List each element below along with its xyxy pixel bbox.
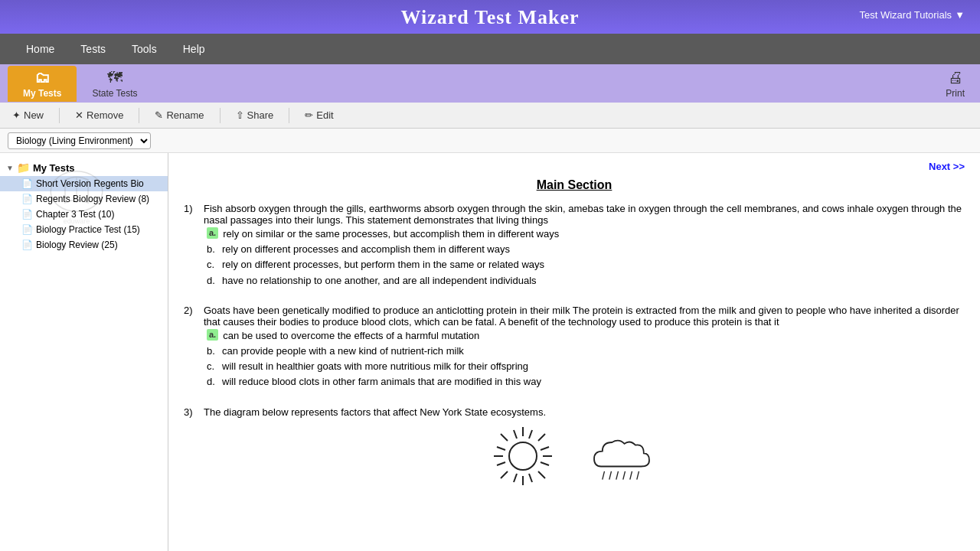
question-2-stem: 2) Goats have been genetically modified … (184, 305, 965, 328)
remove-icon: ✕ (75, 109, 83, 121)
choice-1c-letter: c. (207, 258, 219, 272)
navbar: Home Tests Tools Help (0, 34, 980, 64)
svg-line-24 (637, 471, 639, 479)
toolbar-separator-2 (139, 108, 139, 123)
app-title: Wizard Test Maker (0, 6, 980, 29)
sidebar-item-label-2: Chapter 3 Test (10) (36, 209, 115, 220)
rename-icon: ✎ (155, 109, 163, 121)
toolbar: ✦ New ✕ Remove ✎ Rename ⇧ Share ✏ Edit (0, 103, 980, 129)
state-tests-icon: 🗺 (107, 69, 122, 86)
share-button[interactable]: ⇧ Share (231, 108, 279, 122)
sidebar-item-1[interactable]: 📄 Regents Biology Review (8) (0, 191, 168, 207)
folder-icon: 📁 (17, 161, 30, 174)
svg-line-11 (497, 447, 505, 450)
choice-1a-text: rely on similar or the same processes, b… (223, 227, 559, 241)
question-2: 2) Goats have been genetically modified … (184, 305, 965, 390)
choice-1d-text: have no relationship to one another, and… (222, 274, 537, 288)
svg-line-15 (497, 462, 505, 465)
print-icon: 🖨 (948, 69, 963, 86)
new-label: New (24, 109, 44, 121)
tutorials-button[interactable]: Test Wizard Tutorials ▼ (859, 9, 965, 21)
toolbar-separator-3 (220, 108, 220, 123)
question-1-choices: a. rely on similar or the same processes… (207, 227, 965, 288)
sidebar-item-3[interactable]: 📄 Biology Practice Test (15) (0, 222, 168, 237)
doc-icon-3: 📄 (21, 224, 33, 235)
tab-my-tests[interactable]: 🗂 My Tests (8, 66, 77, 102)
edit-button[interactable]: ✏ Edit (300, 108, 338, 122)
share-icon: ⇧ (236, 109, 244, 121)
nav-tools[interactable]: Tools (121, 38, 168, 60)
remove-label: Remove (87, 109, 123, 121)
cloud-diagram (587, 425, 656, 487)
choice-2d-text: will reduce blood clots in other farm an… (222, 375, 541, 389)
correct-badge-2a: a. (207, 329, 218, 341)
tab-my-tests-label: My Tests (23, 88, 61, 99)
tree-arrow-icon: ▼ (6, 164, 14, 172)
sun-diagram (492, 425, 554, 487)
svg-line-18 (514, 474, 517, 482)
svg-line-14 (529, 474, 532, 482)
doc-icon-2: 📄 (21, 209, 33, 220)
question-1-choice-d: d. have no relationship to one another, … (207, 274, 965, 288)
svg-line-12 (541, 462, 549, 465)
nav-tests[interactable]: Tests (70, 38, 116, 60)
question-3-stem: 3) The diagram below represents factors … (184, 406, 965, 418)
svg-line-13 (514, 430, 517, 439)
rename-button[interactable]: ✎ Rename (150, 108, 208, 122)
question-3-text: The diagram below represents factors tha… (204, 406, 546, 418)
sidebar-item-label-4: Biology Review (25) (36, 240, 118, 250)
next-link[interactable]: Next >> (929, 161, 965, 172)
tutorials-label: Test Wizard Tutorials (859, 9, 952, 21)
remove-button[interactable]: ✕ Remove (70, 108, 128, 122)
rename-label: Rename (166, 109, 204, 121)
svg-line-17 (529, 430, 532, 439)
question-1-text: Fish absorb oxygen through the gills, ea… (204, 203, 965, 226)
svg-line-10 (501, 471, 508, 478)
svg-line-8 (538, 471, 545, 478)
question-1-number: 1) (184, 203, 198, 226)
sidebar: eduware Tools for the Intelligent Classr… (0, 153, 168, 551)
subject-dropdown[interactable]: Biology (Living Environment) Chemistry P… (8, 132, 151, 149)
choice-1d-letter: d. (207, 274, 219, 288)
tutorials-arrow: ▼ (955, 9, 965, 21)
sidebar-item-label-3: Biology Practice Test (15) (36, 224, 140, 235)
diagram-area (184, 425, 965, 487)
svg-line-23 (630, 471, 632, 479)
tree-root-label: My Tests (33, 162, 75, 174)
choice-2c-letter: c. (207, 360, 219, 373)
nav-home[interactable]: Home (15, 38, 65, 60)
toolbar-separator-4 (289, 108, 289, 123)
next-button[interactable]: Next >> (184, 161, 965, 172)
question-1-choice-c: c. rely on different processes, but perf… (207, 258, 965, 272)
sidebar-item-2[interactable]: 📄 Chapter 3 Test (10) (0, 207, 168, 222)
tab-state-tests[interactable]: 🗺 State Tests (77, 66, 152, 102)
svg-line-20 (609, 471, 612, 479)
share-label: Share (247, 109, 274, 121)
doc-icon-0: 📄 (21, 178, 33, 189)
choice-2b-letter: b. (207, 344, 219, 358)
svg-line-19 (603, 471, 605, 479)
subject-selector-bar: Biology (Living Environment) Chemistry P… (0, 129, 980, 153)
choice-2c-text: will result in healthier goats with more… (222, 360, 528, 373)
section-title: Main Section (184, 178, 965, 192)
svg-line-21 (616, 471, 619, 479)
nav-help[interactable]: Help (172, 38, 216, 60)
tree-root-my-tests[interactable]: ▼ 📁 My Tests (0, 159, 168, 176)
question-3-number: 3) (184, 406, 198, 418)
svg-line-9 (538, 434, 545, 441)
new-button[interactable]: ✦ New (8, 108, 48, 122)
print-button[interactable]: 🖨 Print (938, 66, 972, 102)
svg-line-16 (541, 447, 549, 450)
new-icon: ✦ (12, 109, 21, 121)
question-2-choice-c: c. will result in healthier goats with m… (207, 360, 965, 373)
svg-line-22 (623, 471, 626, 479)
question-2-choice-b: b. can provide people with a new kind of… (207, 344, 965, 358)
sidebar-item-4[interactable]: 📄 Biology Review (25) (0, 237, 168, 253)
app-header: Wizard Test Maker Test Wizard Tutorials … (0, 0, 980, 34)
question-2-text: Goats have been genetically modified to … (204, 305, 965, 328)
choice-1c-text: rely on different processes, but perform… (222, 258, 544, 272)
question-1-stem: 1) Fish absorb oxygen through the gills,… (184, 203, 965, 226)
svg-line-7 (501, 434, 508, 441)
sidebar-item-0[interactable]: 📄 Short Version Regents Bio (0, 176, 168, 191)
question-1-choice-a: a. rely on similar or the same processes… (207, 227, 965, 241)
